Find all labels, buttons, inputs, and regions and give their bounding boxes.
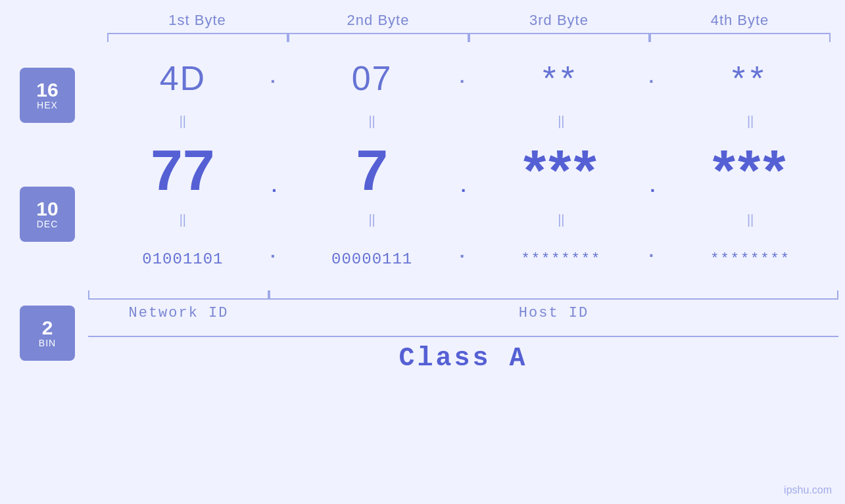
bin-badge-num: 2 xyxy=(42,318,53,338)
dec-badge-num: 10 xyxy=(36,199,58,219)
hex-b2-cell: 07 . xyxy=(281,58,462,98)
top-brackets xyxy=(0,33,845,42)
sep-hex-dec: || || || || xyxy=(88,108,845,134)
hex-b1-cell: 4D . xyxy=(92,58,273,98)
bin-b2-value: 00000111 xyxy=(331,250,412,268)
bin-b3-value: ******** xyxy=(521,251,602,267)
dec-b4-value: *** xyxy=(713,137,788,204)
byte-headers-row: 1st Byte 2nd Byte 3rd Byte 4th Byte xyxy=(0,0,845,29)
class-label: Class A xyxy=(88,344,838,373)
dec-b4-cell: *** xyxy=(660,137,841,204)
bracket-b2 xyxy=(288,33,469,42)
bin-b3-cell: ******** . xyxy=(471,251,652,267)
dec-b1-value: 77 xyxy=(151,137,215,204)
dec-b3-cell: *** . xyxy=(471,137,652,204)
dec-b1-cell: 77 . xyxy=(92,137,273,204)
byte3-header: 3rd Byte xyxy=(469,12,650,29)
watermark: ipshu.com xyxy=(784,484,832,496)
dot-bin-b3: . xyxy=(646,242,657,262)
dec-badge-label: DEC xyxy=(37,219,59,229)
dec-b2-cell: 7 . xyxy=(281,137,462,204)
sep2-b1: || xyxy=(92,212,273,227)
dec-row: 77 . 7 . *** . *** xyxy=(88,134,845,206)
host-bracket xyxy=(269,290,838,300)
bin-row: 01001101 . 00000111 . ******** . *******… xyxy=(88,233,845,285)
dot-dec-b1: . xyxy=(269,177,280,197)
dot-dec-b2: . xyxy=(458,177,469,197)
byte1-header: 1st Byte xyxy=(107,12,288,29)
network-id-label: Network ID xyxy=(88,305,269,321)
byte4-header: 4th Byte xyxy=(650,12,831,29)
class-section: Class A xyxy=(88,336,845,373)
hex-b3-cell: ** . xyxy=(471,58,652,98)
hex-b3-value: ** xyxy=(543,58,579,98)
hex-row: 4D . 07 . ** . ** xyxy=(88,49,845,108)
bottom-labels: Network ID Host ID xyxy=(88,305,845,321)
sep1-b3: || xyxy=(471,114,652,129)
hex-badge-label: HEX xyxy=(37,100,58,110)
bin-b2-cell: 00000111 . xyxy=(281,250,462,268)
dec-badge: 10 DEC xyxy=(20,187,75,242)
sep2-b3: || xyxy=(471,212,652,227)
dot-bin-b2: . xyxy=(456,242,468,263)
left-labels: 16 HEX 10 DEC 2 BIN xyxy=(20,49,75,373)
hex-b2-value: 07 xyxy=(352,58,393,98)
sep2-b2: || xyxy=(281,212,462,227)
dot-hex-b1: . xyxy=(268,68,279,88)
dot-hex-b3: . xyxy=(646,68,657,88)
hex-b4-cell: ** xyxy=(660,58,841,98)
network-bracket xyxy=(88,290,269,300)
dot-bin-b1: . xyxy=(268,242,279,263)
sep1-b2: || xyxy=(281,114,462,129)
hex-badge: 16 HEX xyxy=(20,68,75,123)
bin-b1-cell: 01001101 . xyxy=(92,250,273,268)
bin-b1-value: 01001101 xyxy=(142,250,223,268)
class-bar-line xyxy=(88,336,838,337)
bin-badge: 2 BIN xyxy=(20,306,75,361)
dec-b3-value: *** xyxy=(523,137,599,204)
content-area: 16 HEX 10 DEC 2 BIN 4D . 07 xyxy=(0,49,845,373)
bottom-brackets-container xyxy=(88,290,845,300)
values-grid: 4D . 07 . ** . ** || || || xyxy=(88,49,845,373)
sep1-b1: || xyxy=(92,114,273,129)
sep1-b4: || xyxy=(660,114,841,129)
dot-hex-b2: . xyxy=(456,68,468,88)
main-container: 1st Byte 2nd Byte 3rd Byte 4th Byte 16 H… xyxy=(0,0,845,504)
bin-badge-label: BIN xyxy=(39,338,56,348)
hex-b1-value: 4D xyxy=(160,58,206,98)
byte2-header: 2nd Byte xyxy=(288,12,469,29)
dec-b2-value: 7 xyxy=(356,137,388,204)
hex-b4-value: ** xyxy=(732,58,769,98)
hex-badge-num: 16 xyxy=(36,80,58,100)
dot-dec-b3: . xyxy=(647,177,658,197)
bin-b4-cell: ******** xyxy=(660,251,841,267)
bin-b4-value: ******** xyxy=(710,251,790,267)
sep-dec-bin: || || || || xyxy=(88,206,845,233)
bracket-b4 xyxy=(650,33,831,42)
bracket-b3 xyxy=(469,33,650,42)
sep2-b4: || xyxy=(660,212,841,227)
bracket-b1 xyxy=(107,33,288,42)
host-id-label: Host ID xyxy=(269,305,838,321)
